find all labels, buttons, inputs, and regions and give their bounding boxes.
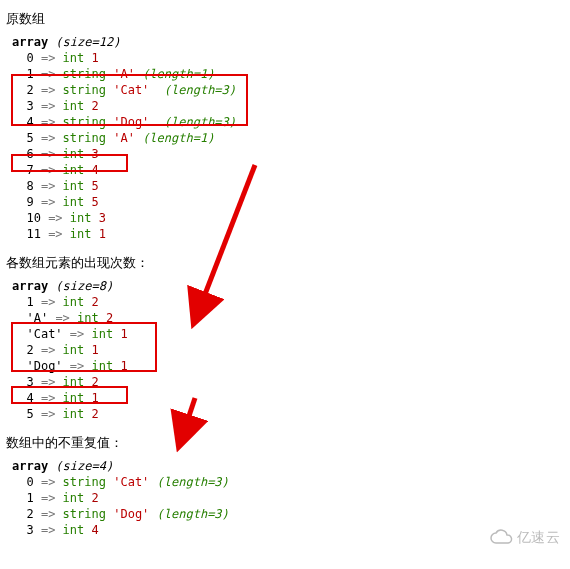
- row-key: 1: [26, 295, 33, 309]
- row-key: 0: [26, 51, 33, 65]
- row-key: 3: [26, 99, 33, 113]
- cloud-icon: [489, 529, 515, 548]
- heading-unique: 数组中的不重复值：: [6, 434, 564, 452]
- array-word: array: [12, 35, 48, 49]
- heading-original-array: 原数组: [6, 10, 564, 28]
- row-key: 2: [26, 343, 33, 357]
- row-key: 6: [26, 147, 33, 161]
- row-key: 5: [26, 407, 33, 421]
- size-label: (size=12): [55, 35, 120, 49]
- array-word: array: [12, 279, 48, 293]
- dump-original: array (size=12) 0 => int 1 1 => string '…: [12, 34, 564, 242]
- row-key: 9: [26, 195, 33, 209]
- row-key: 4: [26, 115, 33, 129]
- heading-count: 各数组元素的出现次数：: [6, 254, 564, 272]
- row-key: 2: [26, 83, 33, 97]
- row-key: 'Cat': [26, 327, 62, 341]
- row-key: 7: [26, 163, 33, 177]
- row-key: 3: [26, 523, 33, 537]
- row-key: 'A': [26, 311, 48, 325]
- dump-counts: array (size=8) 1 => int 2 'A' => int 2 '…: [12, 278, 564, 422]
- size-label: (size=8): [55, 279, 113, 293]
- row-key: 10: [26, 211, 40, 225]
- dump-unique: array (size=4) 0 => string 'Cat' (length…: [12, 458, 564, 538]
- row-key: 1: [26, 67, 33, 81]
- row-key: 1: [26, 491, 33, 505]
- row-key: 2: [26, 507, 33, 521]
- array-word: array: [12, 459, 48, 473]
- row-key: 11: [26, 227, 40, 241]
- row-key: 3: [26, 375, 33, 389]
- size-label: (size=4): [55, 459, 113, 473]
- row-key: 4: [26, 391, 33, 405]
- row-key: 0: [26, 475, 33, 489]
- row-key: 'Dog': [26, 359, 62, 373]
- watermark: 亿速云: [489, 529, 561, 548]
- row-key: 8: [26, 179, 33, 193]
- row-key: 5: [26, 131, 33, 145]
